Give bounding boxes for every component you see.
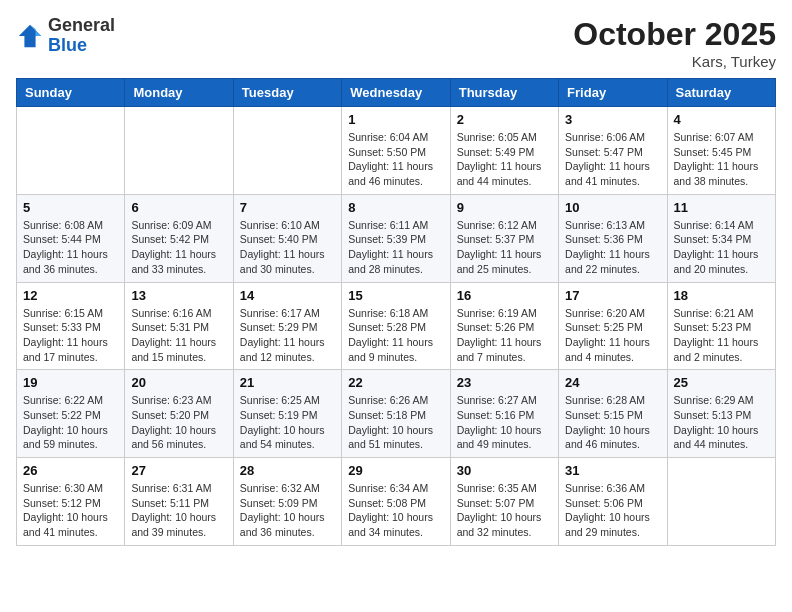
day-number: 9 [457,200,552,215]
day-number: 3 [565,112,660,127]
calendar-cell: 26Sunrise: 6:30 AM Sunset: 5:12 PM Dayli… [17,458,125,546]
day-number: 15 [348,288,443,303]
day-info: Sunrise: 6:22 AM Sunset: 5:22 PM Dayligh… [23,393,118,452]
calendar-cell: 14Sunrise: 6:17 AM Sunset: 5:29 PM Dayli… [233,282,341,370]
day-number: 17 [565,288,660,303]
day-number: 18 [674,288,769,303]
day-info: Sunrise: 6:08 AM Sunset: 5:44 PM Dayligh… [23,218,118,277]
day-number: 20 [131,375,226,390]
day-info: Sunrise: 6:09 AM Sunset: 5:42 PM Dayligh… [131,218,226,277]
day-number: 11 [674,200,769,215]
calendar-cell [667,458,775,546]
weekday-header-friday: Friday [559,79,667,107]
day-info: Sunrise: 6:18 AM Sunset: 5:28 PM Dayligh… [348,306,443,365]
day-info: Sunrise: 6:20 AM Sunset: 5:25 PM Dayligh… [565,306,660,365]
weekday-header-sunday: Sunday [17,79,125,107]
calendar-cell: 27Sunrise: 6:31 AM Sunset: 5:11 PM Dayli… [125,458,233,546]
weekday-header-tuesday: Tuesday [233,79,341,107]
calendar-cell: 9Sunrise: 6:12 AM Sunset: 5:37 PM Daylig… [450,194,558,282]
calendar-cell: 12Sunrise: 6:15 AM Sunset: 5:33 PM Dayli… [17,282,125,370]
day-info: Sunrise: 6:19 AM Sunset: 5:26 PM Dayligh… [457,306,552,365]
calendar-cell [125,107,233,195]
day-number: 12 [23,288,118,303]
calendar-cell: 22Sunrise: 6:26 AM Sunset: 5:18 PM Dayli… [342,370,450,458]
logo: General Blue [16,16,115,56]
day-info: Sunrise: 6:32 AM Sunset: 5:09 PM Dayligh… [240,481,335,540]
weekday-header-saturday: Saturday [667,79,775,107]
calendar-cell: 2Sunrise: 6:05 AM Sunset: 5:49 PM Daylig… [450,107,558,195]
calendar-cell: 20Sunrise: 6:23 AM Sunset: 5:20 PM Dayli… [125,370,233,458]
title-block: October 2025 Kars, Turkey [573,16,776,70]
calendar-cell: 21Sunrise: 6:25 AM Sunset: 5:19 PM Dayli… [233,370,341,458]
calendar-week-row: 12Sunrise: 6:15 AM Sunset: 5:33 PM Dayli… [17,282,776,370]
day-number: 7 [240,200,335,215]
day-info: Sunrise: 6:27 AM Sunset: 5:16 PM Dayligh… [457,393,552,452]
logo-icon [16,22,44,50]
day-info: Sunrise: 6:12 AM Sunset: 5:37 PM Dayligh… [457,218,552,277]
weekday-header-thursday: Thursday [450,79,558,107]
day-info: Sunrise: 6:17 AM Sunset: 5:29 PM Dayligh… [240,306,335,365]
day-info: Sunrise: 6:06 AM Sunset: 5:47 PM Dayligh… [565,130,660,189]
calendar-cell: 13Sunrise: 6:16 AM Sunset: 5:31 PM Dayli… [125,282,233,370]
calendar-cell [233,107,341,195]
logo-general-text: General [48,15,115,35]
day-info: Sunrise: 6:28 AM Sunset: 5:15 PM Dayligh… [565,393,660,452]
calendar-body: 1Sunrise: 6:04 AM Sunset: 5:50 PM Daylig… [17,107,776,546]
day-info: Sunrise: 6:04 AM Sunset: 5:50 PM Dayligh… [348,130,443,189]
day-number: 19 [23,375,118,390]
calendar-cell: 7Sunrise: 6:10 AM Sunset: 5:40 PM Daylig… [233,194,341,282]
day-info: Sunrise: 6:35 AM Sunset: 5:07 PM Dayligh… [457,481,552,540]
day-number: 4 [674,112,769,127]
calendar-cell: 1Sunrise: 6:04 AM Sunset: 5:50 PM Daylig… [342,107,450,195]
day-info: Sunrise: 6:21 AM Sunset: 5:23 PM Dayligh… [674,306,769,365]
day-number: 22 [348,375,443,390]
calendar-cell: 31Sunrise: 6:36 AM Sunset: 5:06 PM Dayli… [559,458,667,546]
calendar-table: SundayMondayTuesdayWednesdayThursdayFrid… [16,78,776,546]
day-number: 8 [348,200,443,215]
calendar-cell: 25Sunrise: 6:29 AM Sunset: 5:13 PM Dayli… [667,370,775,458]
calendar-week-row: 26Sunrise: 6:30 AM Sunset: 5:12 PM Dayli… [17,458,776,546]
calendar-cell: 11Sunrise: 6:14 AM Sunset: 5:34 PM Dayli… [667,194,775,282]
calendar-cell: 19Sunrise: 6:22 AM Sunset: 5:22 PM Dayli… [17,370,125,458]
page-header: General Blue October 2025 Kars, Turkey [16,16,776,70]
day-info: Sunrise: 6:36 AM Sunset: 5:06 PM Dayligh… [565,481,660,540]
day-info: Sunrise: 6:11 AM Sunset: 5:39 PM Dayligh… [348,218,443,277]
day-info: Sunrise: 6:30 AM Sunset: 5:12 PM Dayligh… [23,481,118,540]
day-info: Sunrise: 6:15 AM Sunset: 5:33 PM Dayligh… [23,306,118,365]
day-number: 10 [565,200,660,215]
location: Kars, Turkey [573,53,776,70]
calendar-cell: 3Sunrise: 6:06 AM Sunset: 5:47 PM Daylig… [559,107,667,195]
day-number: 28 [240,463,335,478]
day-number: 30 [457,463,552,478]
calendar-cell [17,107,125,195]
calendar-cell: 24Sunrise: 6:28 AM Sunset: 5:15 PM Dayli… [559,370,667,458]
day-number: 16 [457,288,552,303]
calendar-header: SundayMondayTuesdayWednesdayThursdayFrid… [17,79,776,107]
calendar-cell: 16Sunrise: 6:19 AM Sunset: 5:26 PM Dayli… [450,282,558,370]
day-info: Sunrise: 6:14 AM Sunset: 5:34 PM Dayligh… [674,218,769,277]
day-info: Sunrise: 6:13 AM Sunset: 5:36 PM Dayligh… [565,218,660,277]
weekday-header-row: SundayMondayTuesdayWednesdayThursdayFrid… [17,79,776,107]
day-number: 23 [457,375,552,390]
calendar-cell: 5Sunrise: 6:08 AM Sunset: 5:44 PM Daylig… [17,194,125,282]
weekday-header-monday: Monday [125,79,233,107]
day-info: Sunrise: 6:05 AM Sunset: 5:49 PM Dayligh… [457,130,552,189]
calendar-week-row: 1Sunrise: 6:04 AM Sunset: 5:50 PM Daylig… [17,107,776,195]
weekday-header-wednesday: Wednesday [342,79,450,107]
day-info: Sunrise: 6:07 AM Sunset: 5:45 PM Dayligh… [674,130,769,189]
calendar-cell: 10Sunrise: 6:13 AM Sunset: 5:36 PM Dayli… [559,194,667,282]
calendar-cell: 6Sunrise: 6:09 AM Sunset: 5:42 PM Daylig… [125,194,233,282]
calendar-cell: 17Sunrise: 6:20 AM Sunset: 5:25 PM Dayli… [559,282,667,370]
day-info: Sunrise: 6:16 AM Sunset: 5:31 PM Dayligh… [131,306,226,365]
day-number: 13 [131,288,226,303]
day-info: Sunrise: 6:25 AM Sunset: 5:19 PM Dayligh… [240,393,335,452]
day-info: Sunrise: 6:31 AM Sunset: 5:11 PM Dayligh… [131,481,226,540]
calendar-cell: 23Sunrise: 6:27 AM Sunset: 5:16 PM Dayli… [450,370,558,458]
day-number: 25 [674,375,769,390]
day-number: 14 [240,288,335,303]
calendar-cell: 29Sunrise: 6:34 AM Sunset: 5:08 PM Dayli… [342,458,450,546]
day-number: 6 [131,200,226,215]
day-info: Sunrise: 6:34 AM Sunset: 5:08 PM Dayligh… [348,481,443,540]
day-number: 2 [457,112,552,127]
calendar-cell: 8Sunrise: 6:11 AM Sunset: 5:39 PM Daylig… [342,194,450,282]
